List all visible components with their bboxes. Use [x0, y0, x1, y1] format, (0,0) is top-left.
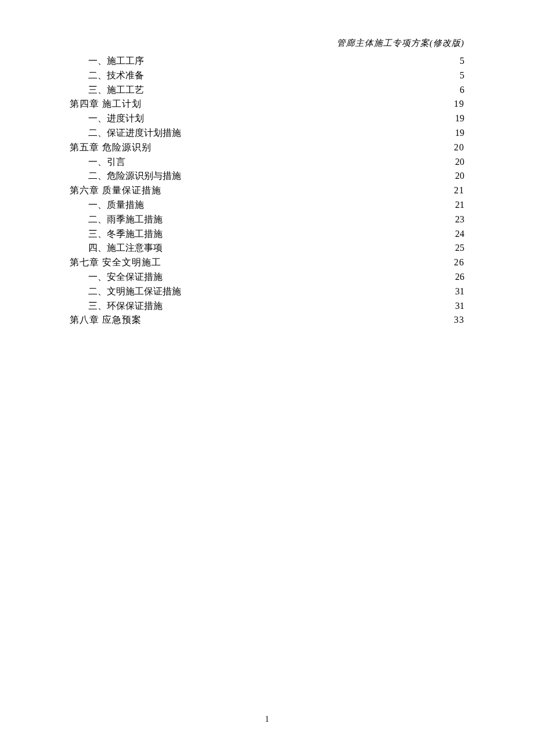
- toc-entry: 三、冬季施工措施24: [70, 227, 464, 242]
- toc-page-number: 21: [454, 183, 464, 198]
- toc-label: 一、安全保证措施: [88, 270, 163, 285]
- toc-page-number: 31: [455, 285, 464, 299]
- toc-label: 四、施工注意事项: [88, 241, 163, 255]
- toc-entry: 二、技术准备5: [70, 69, 464, 83]
- toc-entry: 三、施工工艺6: [70, 83, 464, 98]
- toc-entry: 二、雨季施工措施23: [70, 213, 464, 227]
- page-header: 管廊主体施工专项方案(修改版): [337, 38, 464, 49]
- toc-page-number: 20: [454, 141, 464, 155]
- toc-label: 二、文明施工保证措施: [88, 285, 181, 299]
- toc-page-number: 33: [454, 313, 464, 327]
- toc-entry: 第四章 施工计划19: [70, 97, 464, 111]
- toc-page-number: 21: [455, 198, 464, 213]
- toc-page-number: 19: [454, 97, 464, 111]
- toc-entry: 第五章 危险源识别20: [70, 141, 464, 155]
- toc-entry: 第八章 应急预案33: [70, 313, 464, 327]
- toc-label: 第五章 危险源识别: [70, 141, 151, 155]
- toc-page-number: 19: [455, 111, 464, 126]
- toc-label: 二、技术准备: [88, 69, 144, 83]
- toc-label-suffix: 施工计划: [99, 99, 142, 109]
- toc-page-number: 23: [455, 213, 464, 227]
- toc-page-number: 20: [455, 155, 464, 170]
- toc-entry: 二、危险源识别与措施20: [70, 169, 464, 183]
- toc-label: 第六章 质量保证措施: [70, 183, 161, 198]
- toc-label: 一、施工工序: [88, 54, 144, 69]
- toc-label: 一、引言: [88, 155, 125, 170]
- toc-entry: 第七章 安全文明施工26: [70, 255, 464, 270]
- toc-label: 二、雨季施工措施: [88, 213, 163, 227]
- toc-label-prefix: 第四章: [70, 99, 99, 109]
- toc-label: 三、冬季施工措施: [88, 227, 163, 242]
- table-of-contents: 一、施工工序5二、技术准备5三、施工工艺6第四章 施工计划19一、进度计划19二…: [70, 54, 464, 327]
- toc-page-number: 26: [454, 255, 464, 270]
- toc-entry: 一、施工工序5: [70, 54, 464, 69]
- toc-label: 第七章 安全文明施工: [70, 255, 161, 270]
- page-number: 1: [0, 715, 534, 724]
- toc-entry: 四、施工注意事项25: [70, 241, 464, 255]
- toc-page-number: 19: [455, 126, 464, 141]
- toc-page-number: 5: [460, 69, 464, 83]
- toc-page-number: 24: [455, 227, 464, 242]
- toc-page-number: 20: [455, 169, 464, 183]
- toc-label: 第四章 施工计划: [70, 97, 142, 111]
- toc-page-number: 6: [460, 83, 464, 98]
- toc-label: 二、危险源识别与措施: [88, 169, 181, 183]
- toc-entry: 一、引言20: [70, 155, 464, 170]
- toc-label: 二、保证进度计划措施: [88, 126, 181, 141]
- toc-entry: 第六章 质量保证措施21: [70, 183, 464, 198]
- toc-page-number: 5: [460, 54, 464, 69]
- toc-label: 三、环保保证措施: [88, 299, 163, 314]
- toc-page-number: 31: [455, 299, 464, 314]
- toc-label: 第八章 应急预案: [70, 313, 142, 327]
- toc-entry: 一、安全保证措施26: [70, 270, 464, 285]
- toc-page-number: 26: [455, 270, 464, 285]
- toc-entry: 二、保证进度计划措施19: [70, 126, 464, 141]
- toc-entry: 一、进度计划19: [70, 111, 464, 126]
- toc-label: 一、质量措施: [88, 198, 144, 213]
- toc-label: 三、施工工艺: [88, 83, 144, 98]
- toc-label: 一、进度计划: [88, 111, 144, 126]
- document-page: 管廊主体施工专项方案(修改版) 一、施工工序5二、技术准备5三、施工工艺6第四章…: [0, 0, 534, 756]
- toc-entry: 三、环保保证措施31: [70, 299, 464, 314]
- toc-entry: 二、文明施工保证措施31: [70, 285, 464, 299]
- toc-entry: 一、质量措施21: [70, 198, 464, 213]
- toc-page-number: 25: [455, 241, 464, 255]
